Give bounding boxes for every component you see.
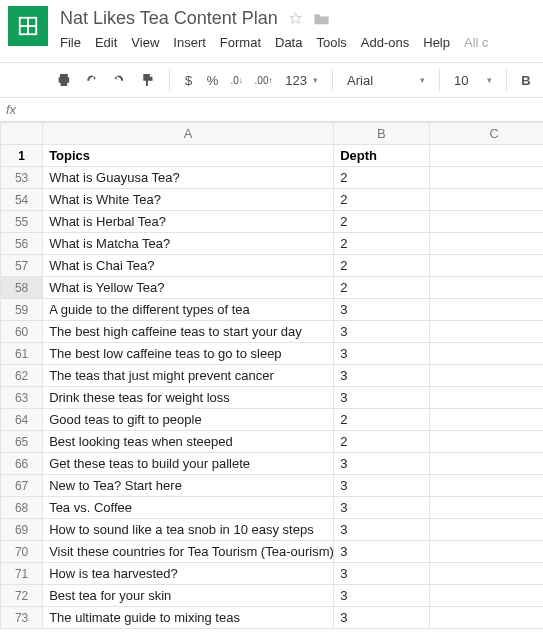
decrease-decimal-button[interactable]: .0↓ bbox=[226, 67, 248, 93]
row-number[interactable]: 56 bbox=[1, 233, 43, 255]
cell[interactable] bbox=[429, 409, 543, 431]
row-number[interactable]: 64 bbox=[1, 409, 43, 431]
row-number[interactable]: 68 bbox=[1, 497, 43, 519]
menu-file[interactable]: File bbox=[60, 35, 81, 50]
cell-depth[interactable]: 3 bbox=[334, 321, 429, 343]
cell-topic[interactable]: The teas that just might prevent cancer bbox=[43, 365, 334, 387]
menu-data[interactable]: Data bbox=[275, 35, 302, 50]
sheets-logo-icon[interactable] bbox=[8, 6, 48, 46]
cell-depth[interactable]: 3 bbox=[334, 541, 429, 563]
cell-topic[interactable]: How to sound like a tea snob in 10 easy … bbox=[43, 519, 334, 541]
cell-topic[interactable]: A guide to the different types of tea bbox=[43, 299, 334, 321]
row-number[interactable]: 69 bbox=[1, 519, 43, 541]
cell-depth[interactable]: 3 bbox=[334, 343, 429, 365]
cell[interactable] bbox=[429, 343, 543, 365]
cell-topic[interactable]: How is tea harvested? bbox=[43, 563, 334, 585]
row-number[interactable]: 60 bbox=[1, 321, 43, 343]
redo-icon[interactable] bbox=[107, 67, 133, 93]
cell[interactable] bbox=[429, 277, 543, 299]
cell[interactable] bbox=[429, 233, 543, 255]
cell[interactable] bbox=[429, 475, 543, 497]
row-number[interactable]: 1 bbox=[1, 145, 43, 167]
font-size-select[interactable]: 10 ▾ bbox=[448, 70, 498, 91]
document-title[interactable]: Nat Likes Tea Content Plan bbox=[60, 8, 278, 29]
cell-topic[interactable]: What is Herbal Tea? bbox=[43, 211, 334, 233]
cell[interactable] bbox=[429, 453, 543, 475]
row-number[interactable]: 53 bbox=[1, 167, 43, 189]
cell-topic[interactable]: What is Matcha Tea? bbox=[43, 233, 334, 255]
cell-topic[interactable]: What is Chai Tea? bbox=[43, 255, 334, 277]
column-header-c[interactable]: C bbox=[429, 123, 543, 145]
column-header-a[interactable]: A bbox=[43, 123, 334, 145]
cell[interactable] bbox=[429, 585, 543, 607]
menu-edit[interactable]: Edit bbox=[95, 35, 117, 50]
menu-help[interactable]: Help bbox=[423, 35, 450, 50]
row-number[interactable]: 73 bbox=[1, 607, 43, 629]
cell-topic[interactable]: Get these teas to build your pallete bbox=[43, 453, 334, 475]
cell-topic[interactable]: Drink these teas for weight loss bbox=[43, 387, 334, 409]
cell[interactable] bbox=[429, 299, 543, 321]
cell-topic[interactable]: Good teas to gift to people bbox=[43, 409, 334, 431]
menu-view[interactable]: View bbox=[131, 35, 159, 50]
header-topics[interactable]: Topics bbox=[43, 145, 334, 167]
cell[interactable] bbox=[429, 607, 543, 629]
cell[interactable] bbox=[429, 167, 543, 189]
cell-topic[interactable]: The ultimate guide to mixing teas bbox=[43, 607, 334, 629]
cell[interactable] bbox=[429, 145, 543, 167]
cell-topic[interactable]: The best high caffeine teas to start you… bbox=[43, 321, 334, 343]
increase-decimal-button[interactable]: .00↑ bbox=[250, 67, 278, 93]
row-number[interactable]: 67 bbox=[1, 475, 43, 497]
cell-depth[interactable]: 2 bbox=[334, 167, 429, 189]
bold-button[interactable]: B bbox=[515, 67, 537, 93]
row-number[interactable]: 70 bbox=[1, 541, 43, 563]
print-icon[interactable] bbox=[51, 67, 77, 93]
row-number[interactable]: 55 bbox=[1, 211, 43, 233]
cell[interactable] bbox=[429, 431, 543, 453]
menu-insert[interactable]: Insert bbox=[173, 35, 206, 50]
cell-topic[interactable]: What is Guayusa Tea? bbox=[43, 167, 334, 189]
cell-topic[interactable]: New to Tea? Start here bbox=[43, 475, 334, 497]
all-changes-saved[interactable]: All c bbox=[464, 35, 489, 50]
cell-depth[interactable]: 2 bbox=[334, 211, 429, 233]
folder-icon[interactable] bbox=[313, 11, 330, 26]
row-number[interactable]: 54 bbox=[1, 189, 43, 211]
cell[interactable] bbox=[429, 189, 543, 211]
currency-button[interactable]: $ bbox=[178, 67, 200, 93]
cell-topic[interactable]: Best looking teas when steeped bbox=[43, 431, 334, 453]
cell-topic[interactable]: The best low caffeine teas to go to slee… bbox=[43, 343, 334, 365]
cell[interactable] bbox=[429, 387, 543, 409]
cell-depth[interactable]: 2 bbox=[334, 431, 429, 453]
row-number[interactable]: 58 bbox=[1, 277, 43, 299]
cell-topic[interactable]: Best tea for your skin bbox=[43, 585, 334, 607]
cell-depth[interactable]: 3 bbox=[334, 519, 429, 541]
row-number[interactable]: 65 bbox=[1, 431, 43, 453]
cell-topic[interactable]: Visit these countries for Tea Tourism (T… bbox=[43, 541, 334, 563]
row-number[interactable]: 57 bbox=[1, 255, 43, 277]
menu-format[interactable]: Format bbox=[220, 35, 261, 50]
cell[interactable] bbox=[429, 255, 543, 277]
row-number[interactable]: 66 bbox=[1, 453, 43, 475]
cell-depth[interactable]: 3 bbox=[334, 585, 429, 607]
cell-topic[interactable]: Tea vs. Coffee bbox=[43, 497, 334, 519]
cell[interactable] bbox=[429, 519, 543, 541]
spreadsheet-grid[interactable]: A B C 1 Topics Depth 53What is Guayusa T… bbox=[0, 122, 543, 629]
paint-format-icon[interactable] bbox=[135, 67, 161, 93]
cell[interactable] bbox=[429, 321, 543, 343]
number-format-select[interactable]: 123 ▾ bbox=[279, 70, 324, 91]
row-number[interactable]: 63 bbox=[1, 387, 43, 409]
cell-depth[interactable]: 2 bbox=[334, 233, 429, 255]
menu-addons[interactable]: Add-ons bbox=[361, 35, 409, 50]
cell-topic[interactable]: What is Yellow Tea? bbox=[43, 277, 334, 299]
cell-depth[interactable]: 3 bbox=[334, 365, 429, 387]
formula-input[interactable] bbox=[40, 98, 537, 121]
cell-depth[interactable]: 3 bbox=[334, 387, 429, 409]
cell[interactable] bbox=[429, 365, 543, 387]
star-icon[interactable] bbox=[288, 11, 303, 26]
cell-topic[interactable]: What is White Tea? bbox=[43, 189, 334, 211]
cell[interactable] bbox=[429, 563, 543, 585]
cell-depth[interactable]: 3 bbox=[334, 453, 429, 475]
cell[interactable] bbox=[429, 497, 543, 519]
row-number[interactable]: 72 bbox=[1, 585, 43, 607]
cell[interactable] bbox=[429, 211, 543, 233]
cell-depth[interactable]: 3 bbox=[334, 563, 429, 585]
